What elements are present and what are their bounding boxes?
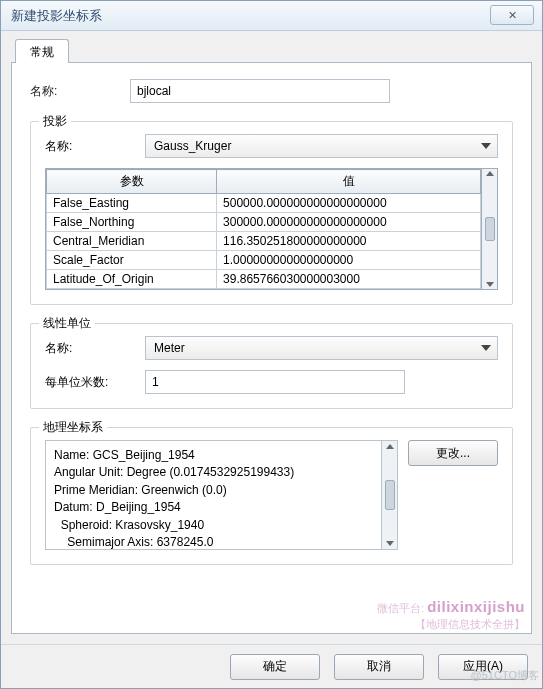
gcs-group: 地理坐标系 Name: GCS_Beijing_1954 Angular Uni… xyxy=(30,427,513,565)
linear-unit-group-title: 线性单位 xyxy=(39,315,95,332)
projection-name-value: Gauss_Kruger xyxy=(154,139,231,153)
linear-unit-name-dropdown[interactable]: Meter xyxy=(145,336,498,360)
table-row[interactable]: Latitude_Of_Origin39.865766030000003000 xyxy=(47,270,481,289)
col-value: 值 xyxy=(217,170,481,194)
param-cell: False_Easting xyxy=(47,194,217,213)
table-scrollbar[interactable] xyxy=(481,169,497,289)
linear-unit-name-label: 名称: xyxy=(45,340,135,357)
value-cell[interactable]: 1.000000000000000000 xyxy=(217,251,481,270)
name-input[interactable] xyxy=(130,79,390,103)
projection-params-table-wrap: 参数 值 False_Easting500000.000000000000000… xyxy=(45,168,498,290)
meters-per-unit-label: 每单位米数: xyxy=(45,374,135,391)
linear-unit-name-value: Meter xyxy=(154,341,185,355)
param-cell: Scale_Factor xyxy=(47,251,217,270)
gcs-group-title: 地理坐标系 xyxy=(39,419,107,436)
footer: 确定 取消 应用(A) xyxy=(1,644,542,688)
scroll-down-icon xyxy=(486,282,494,287)
apply-button[interactable]: 应用(A) xyxy=(438,654,528,680)
chevron-down-icon xyxy=(481,143,491,149)
projection-group-title: 投影 xyxy=(39,113,71,130)
window-title: 新建投影坐标系 xyxy=(7,7,102,25)
tab-strip: 常规 xyxy=(11,39,532,63)
gcs-textarea[interactable]: Name: GCS_Beijing_1954 Angular Unit: Deg… xyxy=(45,440,398,550)
gcs-scrollbar[interactable] xyxy=(381,441,397,549)
table-row[interactable]: False_Northing300000.000000000000000000 xyxy=(47,213,481,232)
projection-group: 投影 名称: Gauss_Kruger 参数 值 xyxy=(30,121,513,305)
name-row: 名称: xyxy=(30,79,513,103)
param-cell: Central_Meridian xyxy=(47,232,217,251)
col-param: 参数 xyxy=(47,170,217,194)
projection-name-dropdown[interactable]: Gauss_Kruger xyxy=(145,134,498,158)
change-gcs-button[interactable]: 更改... xyxy=(408,440,498,466)
name-label: 名称: xyxy=(30,83,120,100)
param-cell: False_Northing xyxy=(47,213,217,232)
projection-params-table: 参数 值 False_Easting500000.000000000000000… xyxy=(46,169,481,289)
value-cell[interactable]: 300000.000000000000000000 xyxy=(217,213,481,232)
linear-unit-group: 线性单位 名称: Meter 每单位米数: xyxy=(30,323,513,409)
value-cell[interactable]: 39.865766030000003000 xyxy=(217,270,481,289)
value-cell[interactable]: 116.350251800000000000 xyxy=(217,232,481,251)
meters-per-unit-input[interactable] xyxy=(145,370,405,394)
param-cell: Latitude_Of_Origin xyxy=(47,270,217,289)
scroll-up-icon xyxy=(486,171,494,176)
chevron-down-icon xyxy=(481,345,491,351)
close-icon: ✕ xyxy=(508,9,517,22)
value-cell[interactable]: 500000.000000000000000000 xyxy=(217,194,481,213)
close-button[interactable]: ✕ xyxy=(490,5,534,25)
table-row[interactable]: Central_Meridian116.350251800000000000 xyxy=(47,232,481,251)
dialog-window: 新建投影坐标系 ✕ 常规 名称: 投影 名称: Gauss_Kruger xyxy=(0,0,543,689)
titlebar: 新建投影坐标系 ✕ xyxy=(1,1,542,31)
scroll-thumb[interactable] xyxy=(385,480,395,510)
cancel-button[interactable]: 取消 xyxy=(334,654,424,680)
content-area: 常规 名称: 投影 名称: Gauss_Kruger xyxy=(1,31,542,644)
scroll-thumb[interactable] xyxy=(485,217,495,241)
projection-name-label: 名称: xyxy=(45,138,135,155)
tab-general[interactable]: 常规 xyxy=(15,39,69,63)
table-row[interactable]: Scale_Factor1.000000000000000000 xyxy=(47,251,481,270)
table-row[interactable]: False_Easting500000.000000000000000000 xyxy=(47,194,481,213)
scroll-down-icon xyxy=(386,541,394,546)
ok-button[interactable]: 确定 xyxy=(230,654,320,680)
gcs-text-content: Name: GCS_Beijing_1954 Angular Unit: Deg… xyxy=(46,441,381,549)
tab-panel: 名称: 投影 名称: Gauss_Kruger 参数 xyxy=(11,62,532,634)
scroll-up-icon xyxy=(386,444,394,449)
